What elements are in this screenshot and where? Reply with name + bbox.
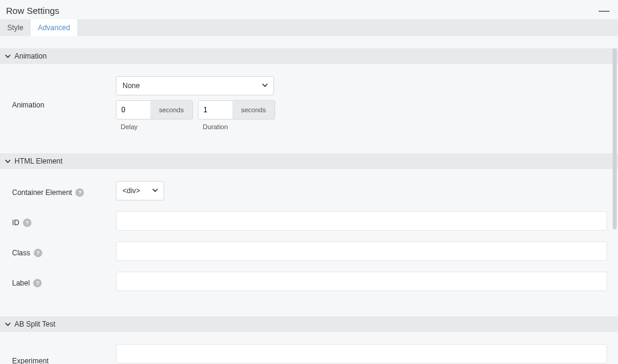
chevron-down-icon (5, 321, 11, 327)
duration-caption: Duration (198, 123, 275, 130)
help-icon[interactable]: ? (34, 249, 42, 257)
time-fields: seconds Delay seconds Duration (116, 100, 607, 130)
class-control (116, 241, 607, 261)
container-element-label: Container Element ? (12, 181, 116, 200)
label-input[interactable] (116, 272, 607, 291)
scrollbar-thumb[interactable] (613, 48, 617, 229)
delay-group: seconds Delay (116, 100, 193, 130)
panel-header: Row Settings — (0, 0, 618, 19)
id-label: ID ? (12, 211, 116, 231)
delay-input-wrap: seconds (116, 100, 193, 120)
section-body-animation: Animation None seconds (0, 64, 618, 153)
duration-input-wrap: seconds (198, 100, 275, 120)
animation-select[interactable]: None (116, 76, 274, 95)
section-title: Animation (14, 52, 46, 60)
section-title: AB Split Test (14, 320, 56, 328)
help-icon[interactable]: ? (75, 188, 84, 197)
section-title: HTML Element (14, 157, 63, 165)
experiment-control: View or create tests. (116, 344, 607, 364)
section-body-ab-split-test: Experiment View or create tests. Variati… (0, 332, 618, 364)
tab-advanced[interactable]: Advanced (31, 19, 77, 36)
label-control (116, 272, 607, 291)
container-select[interactable]: <div> (116, 181, 164, 200)
scrollbar[interactable] (613, 48, 617, 356)
settings-panel: Row Settings — Style Advanced Animation … (0, 0, 618, 364)
tab-style[interactable]: Style (0, 19, 31, 36)
section-header-ab-split-test[interactable]: AB Split Test (0, 316, 618, 332)
help-icon[interactable]: ? (23, 219, 31, 227)
class-label: Class ? (12, 241, 116, 261)
chevron-down-icon (5, 158, 11, 164)
minimize-button[interactable]: — (596, 5, 612, 16)
class-input[interactable] (116, 241, 607, 261)
duration-unit: seconds (232, 101, 275, 119)
spacer (0, 36, 618, 48)
id-control (116, 211, 607, 231)
experiment-input[interactable] (116, 344, 607, 363)
duration-input[interactable] (199, 101, 232, 119)
help-icon[interactable]: ? (33, 279, 42, 287)
field-container-element: Container Element ? <div> (12, 181, 607, 200)
animation-control: None seconds Delay (116, 76, 607, 130)
container-select-wrap: <div> (116, 181, 164, 200)
delay-unit: seconds (150, 101, 193, 119)
field-class: Class ? (12, 241, 607, 261)
field-experiment: Experiment View or create tests. (12, 344, 607, 364)
field-label: Label ? (12, 272, 607, 291)
sections-scroll[interactable]: Animation Animation None (0, 36, 618, 364)
animation-select-wrap: None (116, 76, 274, 95)
section-header-animation[interactable]: Animation (0, 48, 618, 64)
section-header-html-element[interactable]: HTML Element (0, 153, 618, 169)
id-input[interactable] (116, 211, 607, 231)
field-animation: Animation None seconds (12, 76, 607, 130)
panel-title: Row Settings (6, 5, 59, 16)
container-element-control: <div> (116, 181, 607, 200)
field-id: ID ? (12, 211, 607, 231)
delay-input[interactable] (116, 101, 150, 119)
delay-caption: Delay (116, 123, 193, 130)
experiment-label: Experiment (12, 344, 116, 364)
animation-label: Animation (12, 76, 116, 130)
chevron-down-icon (5, 53, 11, 59)
label-label: Label ? (12, 272, 116, 291)
duration-group: seconds Duration (198, 100, 275, 130)
tabs: Style Advanced (0, 19, 618, 36)
section-body-html-element: Container Element ? <div> ID ? (0, 169, 618, 316)
